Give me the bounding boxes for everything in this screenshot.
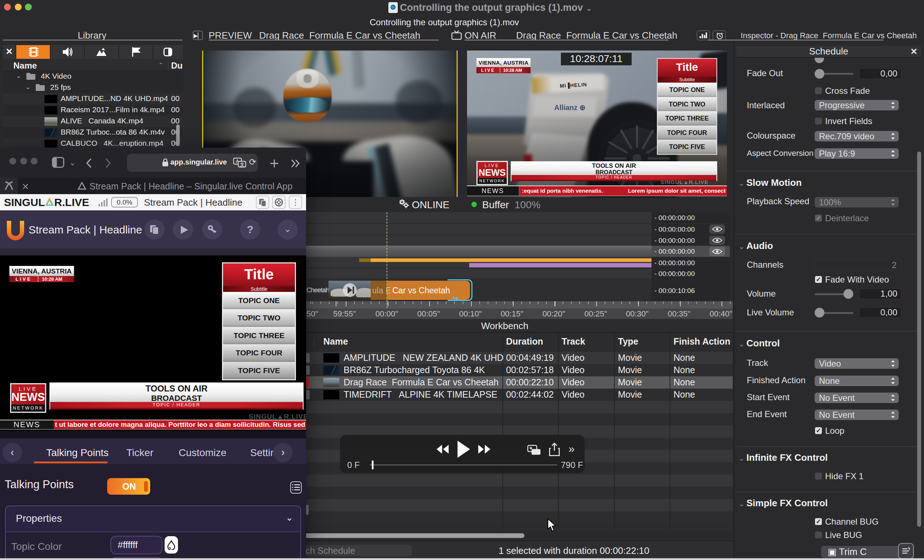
svg-text:文: 文 — [240, 162, 244, 167]
